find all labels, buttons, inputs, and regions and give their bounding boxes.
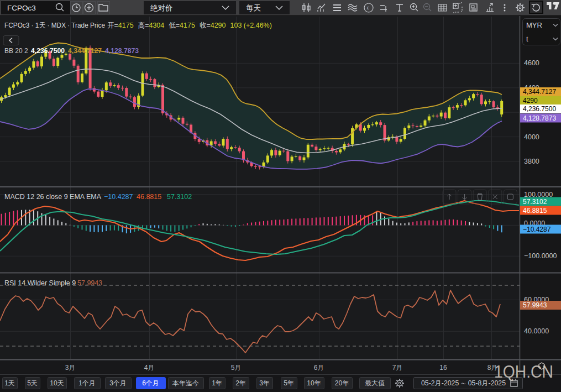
svg-text:BB 20 2: BB 20 2 (4, 47, 28, 55)
svg-text:5月: 5月 (231, 364, 242, 372)
svg-text:4,128.7873: 4,128.7873 (105, 47, 139, 55)
svg-text:t: t (526, 35, 528, 43)
svg-text:7月: 7月 (392, 364, 403, 372)
svg-text:开=4175高=4304低=4175收=4290103 (+: 开=4175高=4304低=4175收=4290103 (+2.46%) (107, 22, 272, 29)
svg-text:46.8815: 46.8815 (137, 193, 161, 201)
svg-text:1天: 1天 (4, 379, 15, 387)
svg-text:4,236.7500: 4,236.7500 (31, 47, 65, 55)
svg-text:4000: 4000 (524, 133, 539, 141)
svg-text:40.0000: 40.0000 (524, 327, 549, 335)
svg-text:3个月: 3个月 (109, 379, 127, 387)
svg-text:1个月: 1个月 (78, 379, 96, 387)
svg-text:57.9943: 57.9943 (77, 279, 102, 287)
svg-text:10年: 10年 (307, 379, 321, 387)
svg-text:2年: 2年 (235, 379, 246, 387)
svg-text:6月: 6月 (314, 364, 324, 372)
svg-text:MYR: MYR (526, 21, 542, 29)
svg-text:57.9943: 57.9943 (523, 301, 547, 309)
svg-text:RSI 14 Wilder Simple 9: RSI 14 Wilder Simple 9 (4, 279, 76, 287)
svg-text:57.3102: 57.3102 (523, 198, 547, 206)
svg-text:4,236.7500: 4,236.7500 (523, 105, 556, 113)
svg-text:16: 16 (439, 364, 447, 372)
svg-text:4月: 4月 (144, 364, 155, 372)
svg-text:4,128.7873: 4,128.7873 (523, 114, 556, 122)
svg-text:20年: 20年 (335, 379, 349, 387)
svg-text:−10.4287: −10.4287 (523, 226, 551, 233)
svg-text:6个月: 6个月 (142, 379, 159, 387)
svg-text:3月: 3月 (65, 364, 76, 372)
svg-text:57.3102: 57.3102 (167, 193, 192, 201)
svg-text:5年: 5年 (284, 379, 294, 387)
svg-text:3800: 3800 (524, 158, 539, 165)
svg-text:最大值: 最大值 (365, 379, 385, 387)
svg-text:MACD 12 26 close 9 EMA EMA: MACD 12 26 close 9 EMA EMA (4, 193, 102, 201)
svg-text:5天: 5天 (27, 379, 38, 387)
svg-text:4,344.7127: 4,344.7127 (523, 88, 556, 96)
svg-text:3年: 3年 (259, 379, 270, 387)
svg-text:ε: ε (367, 5, 369, 11)
svg-text:−10.4287: −10.4287 (104, 193, 133, 201)
svg-text:绝对价: 绝对价 (150, 4, 173, 12)
svg-text:FCPOc3: FCPOc3 (7, 4, 36, 12)
svg-text:本年迄今: 本年迄今 (172, 379, 199, 387)
svg-text:4,344.7127: 4,344.7127 (68, 47, 102, 55)
svg-text:FCPOc3 · 1天 · MDX · Trade Pric: FCPOc3 · 1天 · MDX · Trade Price (4, 22, 105, 29)
svg-text:46.8815: 46.8815 (523, 207, 547, 215)
svg-text:10天: 10天 (50, 379, 64, 387)
svg-text:1年: 1年 (212, 379, 222, 387)
svg-text:−100.0000: −100.0000 (524, 252, 557, 260)
svg-text:每天: 每天 (246, 4, 261, 12)
svg-text:4600: 4600 (524, 59, 539, 67)
svg-text:4290: 4290 (523, 97, 538, 104)
